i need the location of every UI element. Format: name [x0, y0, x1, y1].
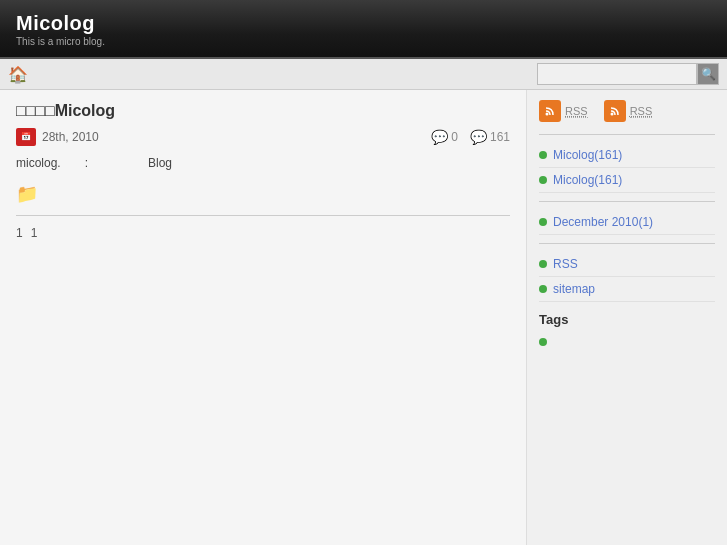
site-subtitle: This is a micro blog.	[16, 36, 711, 47]
page-link-2[interactable]: 1	[31, 226, 38, 240]
main-content: □□□□Micolog 📅 28th, 2010 💬 0 💬 161 micol…	[0, 90, 527, 545]
svg-point-0	[546, 113, 549, 116]
search-input[interactable]	[537, 63, 697, 85]
tag-item-1	[539, 333, 715, 351]
subscribe-link-1[interactable]: Micolog(161)	[553, 148, 622, 162]
archive-link-1[interactable]: December 2010(1)	[553, 215, 653, 229]
dot-icon-4	[539, 260, 547, 268]
rss-label-1: RSS	[565, 105, 588, 118]
dot-icon-2	[539, 176, 547, 184]
links-rss[interactable]: RSS	[553, 257, 578, 271]
rss-icon-2	[604, 100, 626, 122]
calendar-icon: 📅	[16, 128, 36, 146]
dot-icon-1	[539, 151, 547, 159]
subscribe-link-2[interactable]: Micolog(161)	[553, 173, 622, 187]
site-header: Micolog This is a micro blog.	[0, 0, 727, 59]
search-box: 🔍	[537, 63, 719, 85]
home-icon[interactable]: 🏠	[8, 65, 28, 84]
links-sitemap[interactable]: sitemap	[553, 282, 595, 296]
links-item-rss[interactable]: RSS	[539, 252, 715, 277]
rss-item-1[interactable]: RSS	[539, 100, 588, 122]
sidebar-divider-1	[539, 134, 715, 135]
subscribe-item-2[interactable]: Micolog(161)	[539, 168, 715, 193]
page-link-1[interactable]: 1	[16, 226, 23, 240]
dot-icon-tag-1	[539, 338, 547, 346]
post-divider	[16, 215, 510, 216]
sidebar-divider-3	[539, 243, 715, 244]
post-meta-left: 📅 28th, 2010	[16, 128, 99, 146]
tags-section: Tags	[539, 312, 715, 351]
rss-row: RSS RSS	[539, 100, 715, 122]
subscribe-section: Micolog(161) Micolog(161)	[539, 143, 715, 193]
navbar: 🏠 🔍	[0, 59, 727, 90]
subscribe-item-1[interactable]: Micolog(161)	[539, 143, 715, 168]
comment-bubble-icon: 💬	[431, 129, 448, 145]
post-title: □□□□Micolog	[16, 102, 510, 120]
folder-icon: 📁	[16, 183, 510, 205]
archive-section: December 2010(1)	[539, 210, 715, 235]
pagination: 1 1	[16, 226, 510, 240]
content-wrapper: □□□□Micolog 📅 28th, 2010 💬 0 💬 161 micol…	[0, 90, 727, 545]
sidebar-divider-2	[539, 201, 715, 202]
links-section: RSS sitemap	[539, 252, 715, 302]
svg-point-1	[610, 113, 613, 116]
links-item-sitemap[interactable]: sitemap	[539, 277, 715, 302]
tags-title: Tags	[539, 312, 715, 327]
search-button[interactable]: 🔍	[697, 63, 719, 85]
archive-item-1[interactable]: December 2010(1)	[539, 210, 715, 235]
view-bubble-icon: 💬	[470, 129, 487, 145]
rss-icon-1	[539, 100, 561, 122]
dot-icon-5	[539, 285, 547, 293]
dot-icon-3	[539, 218, 547, 226]
sidebar: RSS RSS Micolog(161) Micolog(161)	[527, 90, 727, 545]
view-count: 💬 161	[470, 129, 510, 145]
rss-label-2: RSS	[630, 105, 653, 118]
post-meta: 📅 28th, 2010 💬 0 💬 161	[16, 128, 510, 146]
rss-item-2[interactable]: RSS	[604, 100, 653, 122]
comment-count: 💬 0	[431, 129, 458, 145]
post-body: micolog. : Blog	[16, 154, 510, 173]
site-title: Micolog	[16, 12, 711, 35]
post-date: 28th, 2010	[42, 130, 99, 144]
post-meta-right: 💬 0 💬 161	[431, 129, 510, 145]
